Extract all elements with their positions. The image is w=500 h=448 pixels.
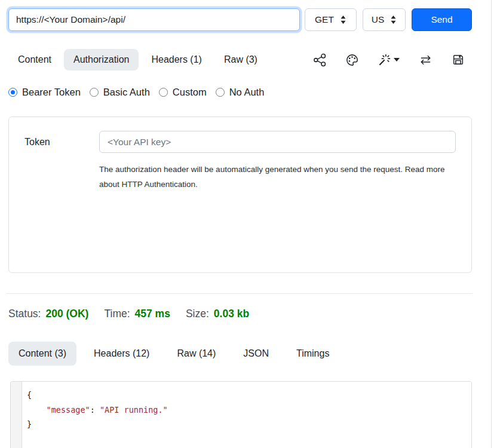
json-value: "API running." — [100, 405, 168, 415]
response-tab-timings[interactable]: Timings — [286, 342, 339, 366]
response-tabs-row: Content (3) Headers (12) Raw (14) JSON T… — [8, 342, 472, 366]
bearer-token-panel: Token The authorization header will be a… — [8, 116, 472, 273]
response-tab-headers[interactable]: Headers (12) — [84, 342, 159, 366]
code-gutter — [11, 382, 22, 448]
response-body-code-block: { "message": "API running." } — [10, 381, 472, 448]
magic-wand-dropdown-icon[interactable] — [378, 53, 400, 67]
response-json-code[interactable]: { "message": "API running." } — [22, 382, 471, 448]
radio-no-auth[interactable]: No Auth — [216, 87, 265, 98]
swap-arrows-icon[interactable] — [418, 53, 433, 67]
code-line: } — [27, 417, 465, 432]
response-tab-raw[interactable]: Raw (14) — [167, 342, 226, 366]
save-icon[interactable] — [452, 53, 465, 66]
radio-label: No Auth — [229, 87, 265, 98]
chevron-down-icon — [394, 58, 400, 62]
request-bar: GET US Send — [8, 8, 472, 31]
tab-content[interactable]: Content — [8, 49, 61, 70]
code-line: { — [27, 388, 465, 403]
radio-button — [90, 88, 99, 97]
size-value: 0.03 kb — [214, 308, 249, 320]
updown-arrows-icon — [340, 15, 346, 24]
updown-arrows-icon — [390, 15, 397, 24]
response-status-row: Status: 200 (OK) Time: 457 ms Size: 0.03… — [8, 308, 472, 320]
method-select[interactable]: GET — [305, 8, 357, 31]
send-button[interactable]: Send — [412, 8, 472, 31]
json-key: "message" — [47, 405, 90, 415]
tab-headers[interactable]: Headers (1) — [142, 49, 211, 70]
url-input[interactable] — [8, 8, 300, 31]
token-input[interactable] — [99, 131, 456, 153]
tab-raw[interactable]: Raw (3) — [214, 49, 267, 70]
request-tabs-row: Content Authorization Headers (1) Raw (3… — [8, 49, 472, 70]
region-select-value: US — [372, 14, 385, 25]
radio-label: Bearer Token — [22, 87, 81, 98]
status-value: 200 (OK) — [45, 308, 88, 320]
share-icon[interactable] — [313, 53, 327, 67]
radio-bearer-token[interactable]: Bearer Token — [8, 87, 81, 98]
response-tab-content[interactable]: Content (3) — [8, 342, 76, 366]
toolbar — [313, 53, 472, 67]
api-client-app: GET US Send Content Authorization Header… — [8, 8, 472, 448]
token-help-text: The authorization header will be automat… — [99, 162, 447, 192]
token-label: Token — [24, 137, 99, 148]
region-select[interactable]: US — [363, 8, 406, 31]
radio-label: Basic Auth — [103, 87, 150, 98]
radio-button-checked — [8, 88, 17, 97]
response-tab-json[interactable]: JSON — [233, 342, 279, 366]
page-right-edge-line — [491, 0, 492, 448]
time-value: 457 ms — [135, 308, 170, 320]
time-label: Time: — [104, 308, 130, 320]
radio-custom[interactable]: Custom — [159, 87, 207, 98]
palette-icon[interactable] — [345, 53, 359, 67]
radio-button — [159, 88, 168, 97]
status-label: Status: — [8, 308, 41, 320]
code-line: "message": "API running." — [27, 403, 465, 418]
size-label: Size: — [186, 308, 209, 320]
method-select-value: GET — [315, 14, 334, 25]
radio-label: Custom — [173, 87, 207, 98]
section-divider — [6, 293, 473, 294]
radio-basic-auth[interactable]: Basic Auth — [90, 87, 150, 98]
radio-button — [216, 88, 225, 97]
auth-type-options: Bearer Token Basic Auth Custom No Auth — [8, 87, 472, 98]
tab-authorization[interactable]: Authorization — [64, 49, 139, 70]
